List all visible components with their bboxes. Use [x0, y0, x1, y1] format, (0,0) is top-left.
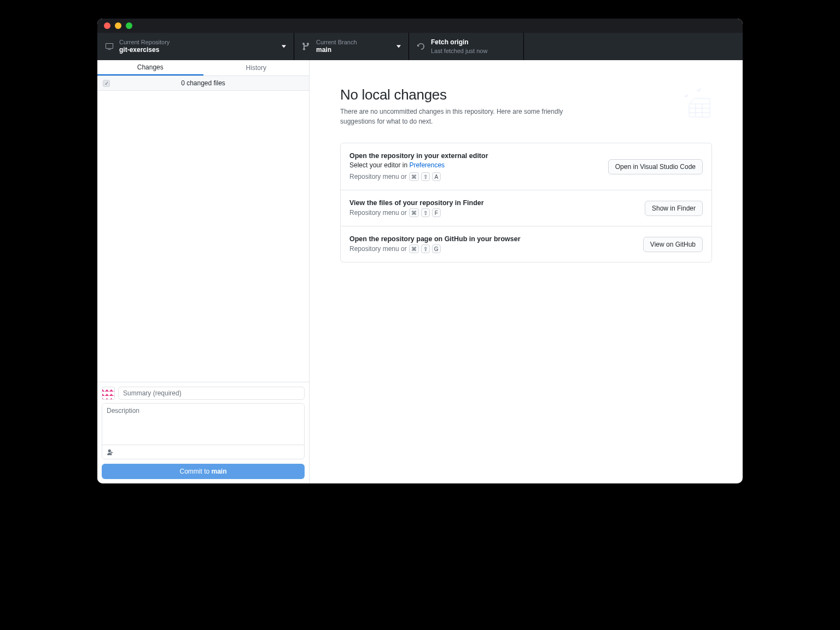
- kbd: G: [432, 244, 441, 253]
- caret-down-icon: [396, 45, 401, 48]
- kbd: A: [432, 172, 441, 181]
- suggestion-view-github: Open the repository page on GitHub in yo…: [341, 226, 711, 262]
- repo-name: git-exercises: [119, 46, 170, 55]
- suggestion-show-finder: View the files of your repository in Fin…: [341, 190, 711, 226]
- hint-prefix: Repository menu or: [349, 245, 407, 253]
- commit-summary-input[interactable]: [118, 387, 305, 400]
- changes-list: [97, 91, 309, 382]
- changes-count: 0 changed files: [97, 79, 309, 87]
- add-coauthor-icon[interactable]: [107, 448, 114, 456]
- body: Changes History ✓ 0 changed files: [97, 60, 743, 483]
- suggestion-sub-prefix: Select your editor in: [349, 161, 409, 169]
- close-window-button[interactable]: [104, 22, 110, 29]
- fetch-origin-button[interactable]: Fetch origin Last fetched just now: [409, 33, 524, 60]
- suggestion-title: View the files of your repository in Fin…: [349, 199, 484, 207]
- kbd: ⌘: [409, 244, 419, 253]
- commit-button-prefix: Commit to: [179, 468, 211, 475]
- fetch-title: Fetch origin: [431, 38, 487, 47]
- changes-header: ✓ 0 changed files: [97, 76, 309, 91]
- preferences-link[interactable]: Preferences: [409, 161, 445, 169]
- suggestion-title: Open the repository in your external edi…: [349, 152, 488, 160]
- main-panel: No local changes There are no uncommitte…: [310, 60, 743, 483]
- desktop-icon: [105, 42, 114, 51]
- minimize-window-button[interactable]: [115, 22, 121, 29]
- sync-icon: [417, 42, 425, 51]
- kbd: ⇧: [421, 244, 430, 253]
- sidebar: Changes History ✓ 0 changed files: [97, 60, 310, 483]
- suggestions-card: Open the repository in your external edi…: [340, 143, 712, 262]
- avatar[interactable]: [102, 387, 115, 400]
- select-all-checkbox[interactable]: ✓: [103, 80, 110, 87]
- current-repository-dropdown[interactable]: Current Repository git-exercises: [97, 33, 294, 60]
- fetch-subtitle: Last fetched just now: [431, 47, 487, 55]
- branch-icon: [302, 42, 311, 51]
- empty-state-illustration: [674, 86, 712, 119]
- commit-button-branch: main: [212, 468, 227, 475]
- svg-rect-0: [689, 104, 710, 117]
- page-subtitle: There are no uncommitted changes in this…: [340, 107, 592, 126]
- hint-prefix: Repository menu or: [349, 173, 407, 180]
- kbd: F: [432, 208, 441, 217]
- toolbar: Current Repository git-exercises Current…: [97, 33, 743, 60]
- tab-changes[interactable]: Changes: [97, 60, 203, 75]
- kbd: ⇧: [421, 208, 430, 217]
- sidebar-tabs: Changes History: [97, 60, 309, 76]
- tab-history[interactable]: History: [203, 60, 310, 75]
- repo-label: Current Repository: [119, 38, 170, 46]
- show-in-finder-button[interactable]: Show in Finder: [645, 201, 703, 216]
- suggestion-title: Open the repository page on GitHub in yo…: [349, 235, 521, 243]
- commit-panel: Commit to main: [97, 382, 309, 483]
- kbd: ⌘: [409, 208, 419, 217]
- app-window: Current Repository git-exercises Current…: [97, 19, 743, 483]
- zoom-window-button[interactable]: [126, 22, 132, 29]
- branch-name: main: [316, 46, 357, 55]
- branch-label: Current Branch: [316, 38, 357, 46]
- commit-description-input[interactable]: [102, 404, 304, 443]
- kbd: ⇧: [421, 172, 430, 181]
- current-branch-dropdown[interactable]: Current Branch main: [294, 33, 409, 60]
- titlebar: [97, 19, 743, 33]
- kbd: ⌘: [409, 172, 419, 181]
- caret-down-icon: [282, 45, 286, 48]
- commit-button[interactable]: Commit to main: [102, 464, 305, 479]
- suggestion-open-editor: Open the repository in your external edi…: [341, 143, 711, 190]
- open-in-editor-button[interactable]: Open in Visual Studio Code: [608, 159, 703, 174]
- page-title: No local changes: [340, 86, 592, 103]
- view-on-github-button[interactable]: View on GitHub: [643, 237, 703, 252]
- hint-prefix: Repository menu or: [349, 209, 407, 217]
